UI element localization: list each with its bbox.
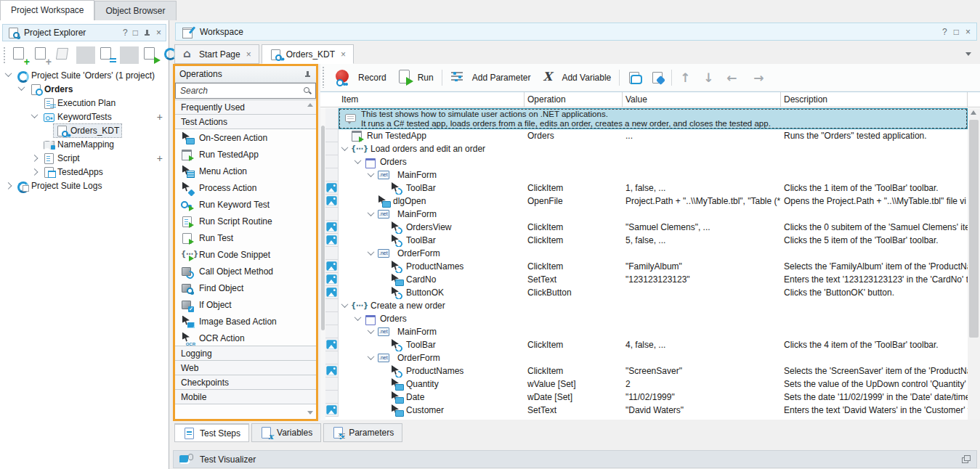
- operation-list-item[interactable]: Call Object Method: [175, 263, 316, 280]
- project-tree-item[interactable]: TestedApps +: [0, 165, 169, 179]
- toolbar-button[interactable]: [724, 70, 745, 85]
- explorer-toolbar-button[interactable]: [33, 46, 52, 64]
- row-expander-icon[interactable]: [341, 301, 349, 308]
- tab-close-icon[interactable]: ×: [246, 49, 251, 60]
- operations-pin-icon[interactable]: [304, 70, 312, 78]
- operation-list-item[interactable]: OCR Action: [175, 330, 316, 346]
- operations-scrollbar[interactable]: [320, 108, 325, 420]
- visualizer-frame-icon[interactable]: [326, 235, 336, 244]
- toolbar-button[interactable]: [750, 70, 772, 85]
- test-step-row[interactable]: OrdersView ClickItem "Samuel Clemens", .…: [320, 221, 968, 234]
- test-step-row[interactable]: MainForm: [320, 168, 968, 182]
- editor-tab[interactable]: Test Steps: [174, 423, 249, 442]
- add-child-plus-icon[interactable]: +: [157, 152, 163, 164]
- float-button[interactable]: □: [133, 28, 138, 38]
- operation-list-item[interactable]: Mobile: [175, 389, 316, 404]
- scroll-down-arrow[interactable]: [307, 411, 313, 415]
- test-step-row[interactable]: ProductNames ClickItem "ScreenSaver" Sel…: [320, 364, 968, 378]
- operation-list-item[interactable]: Run TestedApp: [175, 146, 316, 163]
- row-expander-icon[interactable]: [368, 248, 375, 256]
- operation-list-item[interactable]: Image Based Action: [175, 313, 316, 330]
- explorer-toolbar-button[interactable]: [76, 46, 95, 64]
- app-tab[interactable]: Project Workspace: [0, 0, 94, 20]
- project-tree-item[interactable]: Orders +: [0, 82, 169, 96]
- test-step-row[interactable]: CardNo SetText "123123123123" Enters the…: [320, 273, 968, 286]
- test-step-row[interactable]: Quantity wValue [Set] 2 Sets the value o…: [320, 378, 968, 391]
- row-expander-icon[interactable]: [341, 144, 349, 151]
- app-tab[interactable]: Object Browser: [94, 1, 176, 20]
- visualizer-frame-icon[interactable]: [326, 340, 336, 348]
- workspace-maximize-button[interactable]: □: [954, 27, 959, 37]
- explorer-toolbar-button[interactable]: [54, 46, 73, 64]
- toolbar-button[interactable]: Add Parameter: [448, 69, 534, 86]
- project-tree-item[interactable]: Execution Plan +: [0, 96, 169, 110]
- workspace-close-button[interactable]: ×: [965, 27, 971, 37]
- toolbar-button[interactable]: Record: [332, 68, 389, 87]
- test-step-row[interactable]: MainForm: [320, 325, 968, 338]
- test-step-row[interactable]: ToolBar ClickItem 4, false, ... Clicks t…: [320, 338, 968, 351]
- operation-list-item[interactable]: Checkpoints: [175, 375, 316, 390]
- test-step-row[interactable]: dlgOpen OpenFile Project.Path + "..\\MyT…: [320, 195, 968, 208]
- search-input[interactable]: [176, 83, 315, 98]
- visualizer-frame-icon[interactable]: [326, 196, 336, 205]
- toolbar-button[interactable]: [442, 70, 442, 86]
- scrollbar-thumb[interactable]: [969, 120, 979, 338]
- project-tree-item[interactable]: KeywordTests +: [0, 110, 169, 123]
- operation-list-item[interactable]: Run Keyword Test: [175, 196, 316, 213]
- tree-expander-icon[interactable]: [5, 70, 12, 77]
- toolbar-button[interactable]: [671, 70, 672, 86]
- tree-expander-icon[interactable]: [18, 83, 25, 91]
- explorer-toolbar-button[interactable]: [142, 46, 161, 64]
- row-expander-icon[interactable]: [368, 209, 375, 216]
- project-tree-item[interactable]: Orders_KDT +: [0, 123, 169, 137]
- operation-list-item[interactable]: Test Actions: [175, 114, 316, 129]
- tree-expander-icon[interactable]: [31, 168, 39, 176]
- tree-expander-icon[interactable]: [31, 155, 39, 162]
- test-step-row[interactable]: OrderForm: [320, 247, 968, 260]
- row-expander-icon[interactable]: [355, 314, 362, 321]
- editor-tab[interactable]: Parameters: [323, 423, 402, 442]
- editor-tab[interactable]: Variables: [251, 423, 321, 442]
- float-panel-icon[interactable]: [962, 455, 971, 463]
- test-step-row[interactable]: Orders: [320, 155, 968, 168]
- tree-expander-icon[interactable]: [5, 182, 12, 189]
- tab-close-icon[interactable]: ×: [341, 49, 346, 60]
- operation-list-item[interactable]: Process Action: [175, 179, 316, 196]
- toolbar-button[interactable]: [648, 70, 666, 85]
- close-button[interactable]: ×: [156, 28, 161, 38]
- comment-row[interactable]: This test shows how to simulate user act…: [320, 108, 968, 129]
- test-visualizer-bar[interactable]: Test Visualizer: [173, 450, 977, 468]
- toolbar-button[interactable]: [625, 70, 643, 85]
- explorer-toolbar-button[interactable]: [120, 46, 139, 64]
- test-step-row[interactable]: Date wDate [Set] "11/02/1999" Sets the d…: [320, 391, 968, 404]
- toolbar-drag-handle[interactable]: [322, 67, 325, 88]
- operation-list-item[interactable]: If Object: [175, 296, 316, 313]
- operation-list-item[interactable]: Menu Action: [175, 163, 316, 179]
- operation-list-item[interactable]: Run Script Routine: [175, 213, 316, 229]
- test-step-row[interactable]: ButtonOK ClickButton Clicks the 'ButtonO…: [320, 286, 968, 299]
- row-expander-icon[interactable]: [368, 353, 375, 360]
- test-step-row[interactable]: Create a new order: [320, 299, 968, 312]
- visualizer-frame-icon[interactable]: [326, 261, 336, 270]
- operation-list-item[interactable]: Logging: [175, 346, 316, 361]
- project-tree-item[interactable]: Project Suite 'Orders' (1 project) +: [0, 68, 169, 82]
- visualizer-frame-icon[interactable]: [326, 274, 336, 283]
- grid-vertical-scrollbar[interactable]: [968, 108, 980, 420]
- visualizer-frame-icon[interactable]: [326, 366, 336, 375]
- toolbar-drag-handle[interactable]: [3, 47, 7, 63]
- explorer-toolbar-button[interactable]: [98, 46, 117, 64]
- document-tab[interactable]: Orders_KDT ×: [262, 44, 354, 64]
- toolbar-button[interactable]: [619, 70, 620, 86]
- toolbar-button[interactable]: Add Variable: [538, 69, 614, 86]
- test-step-row[interactable]: Customer SetText "David Waters" Enters t…: [320, 404, 968, 417]
- visualizer-frame-icon[interactable]: [326, 405, 336, 414]
- test-step-row[interactable]: MainForm: [320, 208, 968, 221]
- scrollbar-thumb[interactable]: [321, 126, 325, 330]
- document-tab[interactable]: Start Page ×: [174, 44, 259, 64]
- toolbar-button[interactable]: Run: [394, 68, 437, 87]
- operation-list-item[interactable]: Frequently Used: [175, 99, 316, 115]
- project-tree-item[interactable]: NameMapping +: [0, 137, 169, 151]
- workspace-help-button[interactable]: ?: [942, 27, 947, 37]
- project-tree-item[interactable]: Project Suite Logs +: [0, 179, 169, 192]
- project-tree-item[interactable]: Script +: [0, 151, 169, 165]
